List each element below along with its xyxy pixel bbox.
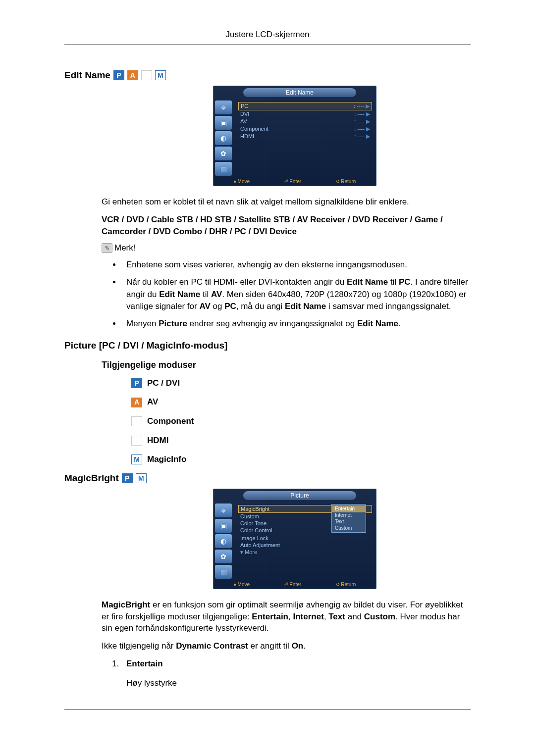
magicbright-note: Ikke tilgjengelig når Dynamic Contrast e… xyxy=(102,640,471,652)
section-title-edit-name: Edit Name P A M xyxy=(64,70,471,81)
osd-row-value: ---- xyxy=(357,133,365,139)
osd-row-value: ---- xyxy=(357,118,365,124)
osd-row[interactable]: AV : ---- ▶ xyxy=(238,118,372,125)
osd-title: Picture xyxy=(243,491,356,500)
osd-row-label: MagicBright xyxy=(241,506,269,512)
bullet-item: Enhetene som vises varierer, avhengig av… xyxy=(121,259,471,271)
badge-p-icon: P xyxy=(122,473,133,483)
osd-row-label: PC xyxy=(241,103,248,109)
mode-item: P PC / DVI xyxy=(121,377,471,390)
bullet-item: Når du kobler en PC til HDMI- eller DVI-… xyxy=(121,276,471,313)
section-title-magicbright: MagicBright P M xyxy=(64,473,471,484)
osd-setup-icon: ✿ xyxy=(215,550,232,563)
footer-rule xyxy=(64,709,471,709)
osd-row[interactable]: Image Lock xyxy=(238,535,372,542)
osd-row-value: ---- xyxy=(357,103,364,109)
osd-popup-item[interactable]: Custom xyxy=(332,525,366,531)
osd-row[interactable]: Component : ---- ▶ xyxy=(238,125,372,133)
osd-row[interactable]: PC : ---- ▶ xyxy=(238,102,372,110)
osd-row[interactable]: ▾ More xyxy=(238,549,372,556)
osd-title: Edit Name xyxy=(243,88,356,97)
arrow-right-icon: ▶ xyxy=(366,111,370,117)
modes-title: Tilgjengelige moduser xyxy=(102,360,471,370)
mode-label: AV xyxy=(147,396,158,408)
osd-move-hint: ♦ Move xyxy=(234,179,250,184)
osd-input-icon: ⎆ xyxy=(215,504,232,517)
osd-popup[interactable]: EntertainInternetTextCustom xyxy=(331,504,366,533)
badge-blank-icon xyxy=(131,416,142,426)
osd-footer: ♦ Move ⏎ Enter ↺ Return xyxy=(214,177,376,186)
osd-row-label: Auto Adjustment xyxy=(240,542,280,548)
osd-row-label: Color Control xyxy=(240,527,272,533)
osd-input-icon: ⎆ xyxy=(215,101,232,114)
osd-row-label: Custom xyxy=(240,513,259,519)
mode-label: MagicInfo xyxy=(147,454,186,466)
osd-sound-icon: ◐ xyxy=(215,534,232,548)
osd-move-hint: ♦ Move xyxy=(234,582,250,587)
numlist-body: Høy lysstyrke xyxy=(126,677,471,690)
badge-blank-icon xyxy=(141,70,152,80)
badge-m-icon: M xyxy=(131,454,142,464)
note-line: ✎ Merk! xyxy=(102,243,471,253)
osd-list: PC : ---- ▶ DVI : ---- ▶ AV : ---- ▶ Com… xyxy=(234,99,376,177)
badge-m-icon: M xyxy=(136,473,147,483)
osd-row-label: Image Lock xyxy=(240,535,268,541)
badge-m-icon: M xyxy=(155,70,166,80)
mode-label: PC / DVI xyxy=(147,377,180,390)
mode-item: A AV xyxy=(121,396,471,408)
osd-row-label: Component xyxy=(240,126,268,132)
osd-multi-icon: ▥ xyxy=(215,162,232,176)
osd-return-hint: ↺ Return xyxy=(336,179,356,184)
arrow-right-icon: ▶ xyxy=(366,118,370,124)
mode-item: Component xyxy=(121,415,471,428)
badge-a-icon: A xyxy=(127,70,138,80)
osd-row-label: DVI xyxy=(240,111,249,117)
mode-item: HDMI xyxy=(121,435,471,447)
osd-row[interactable]: HDMI : ---- ▶ xyxy=(238,133,372,140)
osd-sidebar: ⎆ ▣ ◐ ✿ ▥ xyxy=(214,99,234,177)
badge-a-icon: A xyxy=(131,398,142,407)
osd-row-label: AV xyxy=(240,118,247,125)
osd-enter-hint: ⏎ Enter xyxy=(284,179,301,184)
magicbright-desc: MagicBright er en funksjon som gir optim… xyxy=(102,599,471,634)
osd-edit-name: Edit Name ⎆ ▣ ◐ ✿ ▥ PC : ---- ▶ DVI : --… xyxy=(213,86,376,186)
osd-popup-item[interactable]: Text xyxy=(332,518,366,525)
osd-multi-icon: ▥ xyxy=(215,565,232,579)
section-title-picture: Picture [PC / DVI / MagicInfo-modus] xyxy=(64,340,471,351)
badge-blank-icon xyxy=(131,436,142,446)
badge-p-icon: P xyxy=(131,378,142,388)
note-icon: ✎ xyxy=(102,243,112,253)
page-header: Justere LCD-skjermen xyxy=(64,30,471,45)
osd-sound-icon: ◐ xyxy=(215,131,232,145)
edit-name-label: Edit Name xyxy=(64,70,110,81)
osd-picture-icon: ▣ xyxy=(215,519,232,533)
numlist-item: EntertainHøy lysstyrke xyxy=(121,658,471,689)
note-label: Merk! xyxy=(114,243,136,253)
osd-enter-hint: ⏎ Enter xyxy=(284,582,301,587)
osd-row-label: HDMI xyxy=(240,133,254,140)
osd-row-value: ---- xyxy=(357,126,365,132)
magicbright-list: EntertainHøy lysstyrke xyxy=(111,658,471,689)
arrow-right-icon: ▶ xyxy=(366,103,370,109)
badge-p-icon: P xyxy=(113,70,124,80)
bullet-item: Menyen Picture endrer seg avhengig av in… xyxy=(121,318,471,330)
osd-picture: Picture ⎆ ▣ ◐ ✿ ▥ MagicBrightCustomColor… xyxy=(213,489,376,589)
osd-picture-icon: ▣ xyxy=(215,116,232,130)
mode-label: HDMI xyxy=(147,435,168,447)
edit-name-bullets: Enhetene som vises varierer, avhengig av… xyxy=(111,259,471,330)
arrow-right-icon: ▶ xyxy=(366,126,370,132)
osd-row[interactable]: Auto Adjustment xyxy=(238,542,372,549)
osd-row-label: ▾ More xyxy=(240,549,257,555)
osd-setup-icon: ✿ xyxy=(215,147,232,160)
picture-title-label: Picture [PC / DVI / MagicInfo-modus] xyxy=(64,340,227,351)
osd-footer: ♦ Move ⏎ Enter ↺ Return xyxy=(214,580,376,589)
osd-popup-item[interactable]: Internet xyxy=(332,512,366,518)
osd-row-value: ---- xyxy=(357,111,365,117)
mode-label: Component xyxy=(147,415,194,428)
osd-row-label: Color Tone xyxy=(240,520,267,526)
osd-popup-item[interactable]: Entertain xyxy=(332,505,366,512)
edit-name-intro: Gi enheten som er koblet til et navn sli… xyxy=(102,196,471,208)
magicbright-title-label: MagicBright xyxy=(64,473,119,484)
osd-row[interactable]: DVI : ---- ▶ xyxy=(238,110,372,118)
numlist-title: Entertain xyxy=(126,659,163,668)
